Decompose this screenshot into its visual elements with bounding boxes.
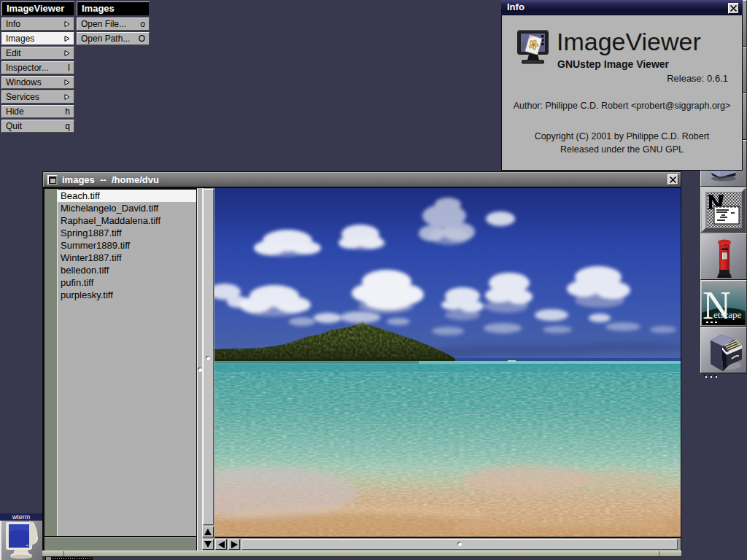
svg-text:etscape: etscape [713, 309, 741, 320]
